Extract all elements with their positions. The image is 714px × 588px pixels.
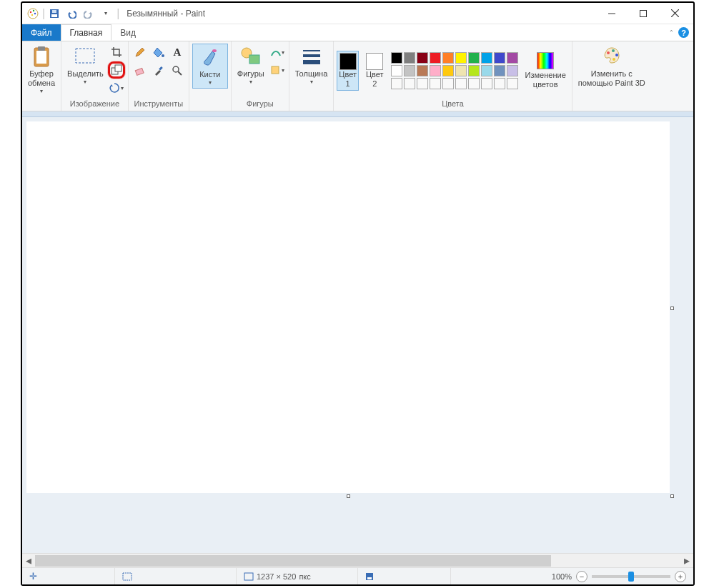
zoom-value: 100% <box>552 572 572 581</box>
palette-swatch-empty[interactable] <box>430 78 441 89</box>
eyedropper-tool[interactable] <box>150 62 167 79</box>
help-icon[interactable]: ? <box>678 27 689 38</box>
tab-bar: Файл Главная Вид ⌃ ? <box>22 24 693 41</box>
palette-swatch-empty[interactable] <box>494 78 505 89</box>
palette-swatch[interactable] <box>494 52 505 64</box>
scroll-thumb[interactable] <box>35 555 551 567</box>
zoom-knob[interactable] <box>628 572 634 582</box>
shape-fill-button[interactable]: ▾ <box>269 61 286 79</box>
palette-swatch[interactable] <box>417 65 428 76</box>
scroll-track[interactable] <box>35 555 680 567</box>
dims-value: 1237 × 520 <box>257 572 296 581</box>
palette-swatch[interactable] <box>507 52 518 64</box>
palette-swatch[interactable] <box>404 52 415 64</box>
color1-button[interactable]: Цвет 1 <box>337 51 359 91</box>
pencil-tool[interactable] <box>132 44 149 61</box>
palette-swatch[interactable] <box>430 65 441 76</box>
svg-point-0 <box>28 9 38 19</box>
group-colors-label: Цвета <box>442 98 464 111</box>
palette-swatch[interactable] <box>404 65 415 76</box>
redo-icon[interactable] <box>81 6 96 21</box>
palette-swatch[interactable] <box>442 65 454 76</box>
palette-swatch-empty[interactable] <box>455 78 467 89</box>
resize-button[interactable] <box>108 61 125 79</box>
resize-handle-right[interactable] <box>670 307 674 310</box>
resize-handle-bottom[interactable] <box>347 494 350 498</box>
palette-swatch[interactable] <box>455 52 467 64</box>
palette-swatch[interactable] <box>494 65 505 76</box>
palette-swatch-empty[interactable] <box>468 78 480 89</box>
palette-swatch[interactable] <box>391 52 402 64</box>
undo-icon[interactable] <box>64 6 79 21</box>
palette-swatch[interactable] <box>468 52 480 64</box>
scroll-right-icon[interactable]: ▸ <box>680 554 693 567</box>
palette-swatch-empty[interactable] <box>442 78 454 89</box>
palette-swatch[interactable] <box>417 52 428 64</box>
svg-point-3 <box>34 12 36 14</box>
palette-swatch-empty[interactable] <box>417 78 428 89</box>
fill-tool[interactable] <box>150 44 167 61</box>
palette-swatch[interactable] <box>442 52 454 64</box>
edit-colors-button[interactable]: Изменение цветов <box>522 51 569 91</box>
zoom-in-button[interactable]: + <box>675 571 686 582</box>
palette-swatch[interactable] <box>455 65 467 76</box>
canvas-area[interactable] <box>22 117 693 553</box>
zoom-out-button[interactable]: − <box>576 571 587 582</box>
palette-swatch[interactable] <box>430 52 441 64</box>
palette-swatch-empty[interactable] <box>404 78 415 89</box>
shape-outline-button[interactable]: ▾ <box>269 44 286 61</box>
group-image: Выделить ▾ ▾ Изображение <box>61 41 129 111</box>
collapse-ribbon-icon[interactable]: ⌃ <box>669 29 674 36</box>
group-image-label: Изображение <box>70 98 119 111</box>
palette-swatch-empty[interactable] <box>391 78 402 89</box>
palette-swatch[interactable] <box>391 65 402 76</box>
tab-file[interactable]: Файл <box>22 24 61 41</box>
group-colors: Цвет 1 Цвет 2 Изменение цветов Цвета <box>334 41 572 111</box>
group-clipboard: Буфер обмена ▾ <box>22 41 61 111</box>
scroll-left-icon[interactable]: ◂ <box>22 554 35 567</box>
group-shapes: Фигуры ▾ ▾ ▾ Фигуры <box>232 41 289 111</box>
save-icon[interactable] <box>46 6 62 21</box>
group-paint3d: Изменить с помощью Paint 3D <box>572 41 651 111</box>
dims-unit: пкс <box>299 572 310 581</box>
rainbow-icon <box>537 52 554 69</box>
shapes-button[interactable]: Фигуры ▾ <box>234 44 267 87</box>
brushes-label: Кисти <box>199 70 220 79</box>
size-label: Толщина <box>295 69 328 79</box>
text-tool[interactable]: A <box>169 44 186 61</box>
zoom-slider[interactable] <box>592 575 670 578</box>
shapes-label: Фигуры <box>237 69 264 79</box>
minimize-button[interactable] <box>596 4 628 24</box>
resize-handle-corner[interactable] <box>670 494 674 498</box>
svg-point-21 <box>173 66 179 72</box>
close-button[interactable] <box>659 4 690 24</box>
palette-swatch-empty[interactable] <box>507 78 518 89</box>
palette-swatch[interactable] <box>481 52 492 64</box>
canvas[interactable] <box>26 121 670 493</box>
magnifier-tool[interactable] <box>169 62 186 79</box>
palette-swatch[interactable] <box>507 65 518 76</box>
select-button[interactable]: Выделить ▾ <box>64 44 106 87</box>
palette-swatch[interactable] <box>481 65 492 76</box>
svg-rect-14 <box>38 46 45 51</box>
qat-customize-icon[interactable]: ▾ <box>98 6 114 21</box>
color2-button[interactable]: Цвет 2 <box>363 51 387 90</box>
crop-button[interactable] <box>108 44 125 61</box>
select-label: Выделить <box>67 69 104 79</box>
svg-rect-35 <box>244 573 253 580</box>
palette-swatch-empty[interactable] <box>481 78 492 89</box>
tab-view[interactable]: Вид <box>111 24 144 41</box>
rotate-button[interactable]: ▾ <box>108 79 125 96</box>
maximize-button[interactable] <box>628 4 659 24</box>
palette-swatch[interactable] <box>468 65 480 76</box>
hscrollbar[interactable]: ◂ ▸ <box>22 553 693 567</box>
paste-button[interactable]: Буфер обмена ▾ <box>25 44 58 96</box>
eraser-tool[interactable] <box>132 62 149 79</box>
size-button[interactable]: Толщина ▾ <box>292 44 331 87</box>
brushes-button[interactable]: Кисти ▾ <box>192 44 228 89</box>
svg-point-31 <box>612 49 615 52</box>
paint3d-button[interactable]: Изменить с помощью Paint 3D <box>575 44 648 89</box>
selection-size-icon <box>122 572 132 581</box>
tab-home[interactable]: Главная <box>61 24 112 41</box>
svg-point-30 <box>607 51 610 54</box>
